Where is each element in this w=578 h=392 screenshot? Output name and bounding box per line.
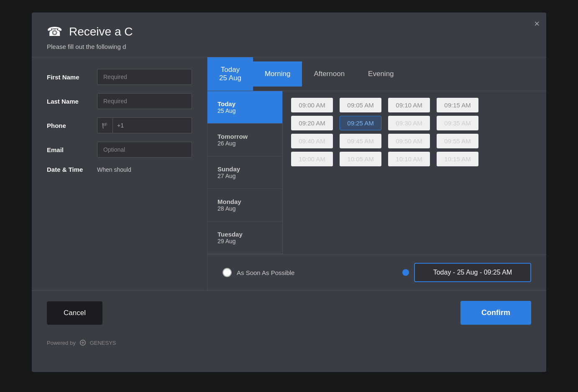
form-panel: First Name Last Name Phone 🏴 +1 Email (32, 57, 207, 290)
tab-morning[interactable]: Morning (253, 61, 302, 87)
time-slot-0905[interactable]: 09:05 AM (340, 98, 381, 112)
time-slot-0925[interactable]: 09:25 AM (340, 116, 381, 130)
day-item-sunday[interactable]: Sunday 27 Aug (207, 156, 282, 189)
powered-by-text: Powered by (47, 340, 76, 346)
time-slot-0900[interactable]: 09:00 AM (291, 98, 333, 112)
time-slot-1010[interactable]: 10:10 AM (388, 152, 430, 166)
asap-row: As Soon As Possible Today - 25 Aug - 09:… (223, 263, 531, 282)
time-slot-0935[interactable]: 09:35 AM (437, 116, 478, 130)
brand-name: GENESYS (90, 340, 116, 346)
day-date: 28 Aug (217, 205, 272, 212)
day-item-tuesday[interactable]: Tuesday 29 Aug (207, 221, 282, 254)
date-time-row: Date & Time When should (47, 166, 192, 173)
dialog-title: ☎ Receive a C (47, 24, 531, 39)
dialog-header: ☎ Receive a C Please fill out the follow… (32, 13, 546, 57)
phone-row: Phone 🏴 +1 (47, 117, 192, 133)
selected-radio-dot (402, 269, 409, 276)
asap-option[interactable]: As Soon As Possible (223, 268, 294, 277)
time-row-2: 09:20 AM 09:25 AM 09:30 AM 09:35 AM (291, 116, 538, 130)
day-list: Today 25 Aug Tomorrow 26 Aug Sunday 27 A… (207, 91, 283, 254)
selected-time-display: Today - 25 Aug - 09:25 AM (402, 263, 531, 282)
email-row: Email (47, 142, 192, 158)
phone-flag: 🏴 (97, 118, 113, 133)
time-slot-0920[interactable]: 09:20 AM (291, 116, 333, 130)
last-name-row: Last Name (47, 93, 192, 109)
tab-today[interactable]: Today25 Aug (207, 57, 253, 91)
time-slot-0910[interactable]: 09:10 AM (388, 98, 430, 112)
dialog-title-text: Receive a C (69, 25, 133, 38)
date-time-label: Date & Time (47, 166, 97, 173)
time-slot-0955[interactable]: 09:55 AM (437, 134, 478, 148)
day-name: Tuesday (217, 231, 272, 238)
day-date: 29 Aug (217, 238, 272, 244)
time-slot-0940[interactable]: 09:40 AM (291, 134, 333, 148)
day-item-monday[interactable]: Monday 28 Aug (207, 189, 282, 221)
confirm-button[interactable]: Confirm (460, 301, 531, 325)
time-slots: 09:00 AM 09:05 AM 09:10 AM 09:15 AM 09:2… (283, 91, 546, 254)
time-slot-0930[interactable]: 09:30 AM (388, 116, 430, 130)
asap-radio[interactable] (223, 268, 232, 277)
day-item-today[interactable]: Today 25 Aug (207, 91, 282, 124)
time-slot-0945[interactable]: 09:45 AM (340, 134, 381, 148)
period-tabs: Today25 Aug Morning Afternoon Evening (207, 57, 546, 91)
day-date: 25 Aug (217, 107, 272, 114)
dialog-body: First Name Last Name Phone 🏴 +1 Email (32, 57, 546, 290)
actions-row: Cancel Confirm (32, 290, 546, 335)
phone-prefix: +1 (113, 118, 128, 133)
time-slot-0915[interactable]: 09:15 AM (437, 98, 478, 112)
time-row-3: 09:40 AM 09:45 AM 09:50 AM 09:55 AM (291, 134, 538, 148)
day-date: 27 Aug (217, 173, 272, 179)
time-row-1: 09:00 AM 09:05 AM 09:10 AM 09:15 AM (291, 98, 538, 112)
first-name-row: First Name (47, 69, 192, 85)
phone-icon: ☎ (47, 24, 62, 39)
dialog: × ☎ Receive a C Please fill out the foll… (32, 13, 546, 372)
time-slot-1005[interactable]: 10:05 AM (340, 152, 381, 166)
tab-evening[interactable]: Evening (356, 61, 405, 87)
day-name: Tomorrow (217, 133, 272, 140)
day-name: Today (217, 100, 272, 107)
overlay: × ☎ Receive a C Please fill out the foll… (0, 0, 578, 392)
bottom-section: As Soon As Possible Today - 25 Aug - 09:… (207, 254, 546, 290)
day-item-tomorrow[interactable]: Tomorrow 26 Aug (207, 124, 282, 156)
last-name-input[interactable] (97, 93, 192, 109)
email-label: Email (47, 146, 97, 153)
dialog-subtitle: Please fill out the following d (47, 43, 531, 50)
email-input[interactable] (97, 142, 192, 158)
phone-input-wrap: 🏴 +1 (97, 117, 192, 133)
day-date: 26 Aug (217, 140, 272, 147)
tab-afternoon[interactable]: Afternoon (302, 61, 356, 87)
time-slot-0950[interactable]: 09:50 AM (388, 134, 430, 148)
close-button[interactable]: × (534, 19, 540, 28)
asap-label: As Soon As Possible (237, 269, 294, 276)
first-name-label: First Name (47, 74, 97, 81)
last-name-label: Last Name (47, 98, 97, 105)
time-row-4: 10:00 AM 10:05 AM 10:10 AM 10:15 AM (291, 152, 538, 166)
day-name: Monday (217, 198, 272, 205)
day-name: Sunday (217, 165, 272, 173)
cancel-button[interactable]: Cancel (47, 301, 102, 325)
time-slot-1015[interactable]: 10:15 AM (437, 152, 478, 166)
footer: Powered by GENESYS (32, 335, 546, 356)
calendar-main: Today 25 Aug Tomorrow 26 Aug Sunday 27 A… (207, 91, 546, 254)
phone-label: Phone (47, 122, 97, 129)
genesys-logo-icon (79, 339, 87, 346)
date-time-value: When should (97, 166, 131, 173)
selected-time-box: Today - 25 Aug - 09:25 AM (414, 263, 531, 282)
calendar-panel: Today25 Aug Morning Afternoon Evening To… (207, 57, 546, 290)
time-slot-1000[interactable]: 10:00 AM (291, 152, 333, 166)
first-name-input[interactable] (97, 69, 192, 85)
